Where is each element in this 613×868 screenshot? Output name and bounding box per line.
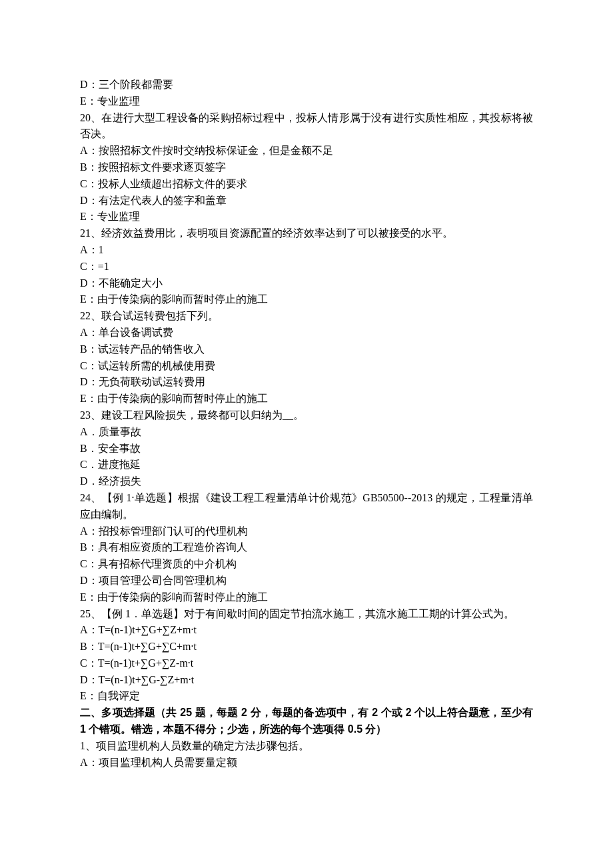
text-line: E：由于传染病的影响而暂时停止的施工 — [80, 589, 533, 606]
text-line: 1、项目监理机构人员数量的确定方法步骤包括。 — [80, 738, 533, 755]
text-line: D：无负荷联动试运转费用 — [80, 374, 533, 391]
text-line: C：=1 — [80, 259, 533, 275]
text-line: D．经济损失 — [80, 473, 533, 490]
text-line: D：有法定代表人的签字和盖章 — [80, 193, 533, 209]
text-line: A：T=(n-1)t+∑G+∑Z+m·t — [80, 622, 533, 639]
text-line: 24、【例 1·单选题】根据《建设工程工程量清单计价规范》GB50500--20… — [80, 490, 533, 523]
text-line: 22、联合试运转费包括下列。 — [80, 308, 533, 325]
text-line: B：T=(n-1)t+∑G+∑C+m·t — [80, 639, 533, 655]
text-line: E：专业监理 — [80, 93, 533, 110]
text-line: C：具有招标代理资质的中介机构 — [80, 556, 533, 573]
text-line: E：自我评定 — [80, 688, 533, 705]
text-line: B：具有相应资质的工程造价咨询人 — [80, 539, 533, 556]
text-line: 23、建设工程风险损失，最终都可以归纳为__。 — [80, 407, 533, 424]
text-line: D：项目管理公司合同管理机构 — [80, 573, 533, 589]
text-line: A：项目监理机构人员需要量定额 — [80, 755, 533, 771]
text-line: B：试运转产品的销售收入 — [80, 341, 533, 358]
text-line: A：按照招标文件按时交纳投标保证金，但是金额不足 — [80, 143, 533, 159]
text-line: E：专业监理 — [80, 209, 533, 225]
text-line: D：三个阶段都需要 — [80, 77, 533, 93]
text-line: B：按照招标文件要求逐页签字 — [80, 159, 533, 176]
text-line: A：1 — [80, 242, 533, 259]
text-line: 二、多项选择题（共 25 题，每题 2 分，每题的备选项中，有 2 个或 2 个… — [80, 705, 533, 738]
text-line: A．质量事故 — [80, 424, 533, 441]
text-line: C：试运转所需的机械使用费 — [80, 358, 533, 375]
text-line: D：T=(n-1)t+∑G-∑Z+m·t — [80, 672, 533, 689]
text-line: A：招投标管理部门认可的代理机构 — [80, 523, 533, 540]
text-line: D：不能确定大小 — [80, 275, 533, 292]
text-line: C：T=(n-1)t+∑G+∑Z-m·t — [80, 655, 533, 672]
text-line: 25、【例 1．单选题】对于有间歇时间的固定节拍流水施工，其流水施工工期的计算公… — [80, 606, 533, 623]
text-line: B．安全事故 — [80, 441, 533, 457]
text-line: C：投标人业绩超出招标文件的要求 — [80, 176, 533, 193]
text-line: 20、在进行大型工程设备的采购招标过程中，投标人情形属于没有进行实质性相应，其投… — [80, 110, 533, 143]
text-line: C．进度拖延 — [80, 457, 533, 473]
text-line: A：单台设备调试费 — [80, 325, 533, 341]
text-line: 21、经济效益费用比，表明项目资源配置的经济效率达到了可以被接受的水平。 — [80, 225, 533, 242]
document-body: D：三个阶段都需要E：专业监理20、在进行大型工程设备的采购招标过程中，投标人情… — [80, 77, 533, 771]
text-line: E：由于传染病的影响而暂时停止的施工 — [80, 391, 533, 407]
text-line: E：由于传染病的影响而暂时停止的施工 — [80, 291, 533, 308]
